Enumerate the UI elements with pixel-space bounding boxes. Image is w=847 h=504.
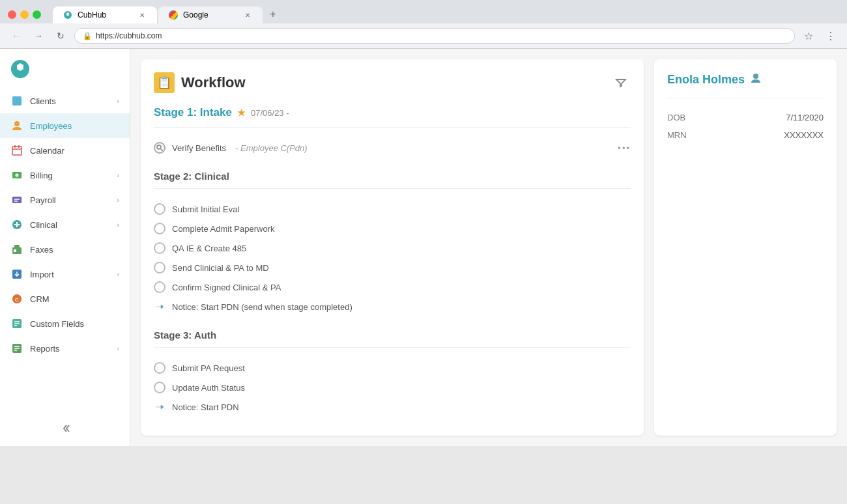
sidebar-item-clients[interactable]: Clients › [0,89,130,113]
sidebar-collapse-button[interactable] [0,416,130,441]
stage-3-title: Stage 3: Auth [154,329,631,341]
sidebar-label-import: Import [30,270,110,279]
google-tab-close[interactable]: ✕ [243,10,252,20]
tab-cubhub[interactable]: CubHub ✕ [53,7,157,23]
task-send-label: Send Clinicial & PA to MD [172,263,269,273]
google-tab-label: Google [183,10,208,20]
import-chevron: › [117,270,119,278]
task-circle-admit[interactable] [154,223,165,234]
browser-window: CubHub ✕ Google ✕ + ← → ↻ 🔒 https://cubh… [0,0,847,446]
task-circle-update-auth[interactable] [154,382,165,393]
clients-chevron: › [117,97,119,105]
task-confirm-label: Confirm Signed Clinical & PA [172,283,281,292]
sidebar-label-clinical: Clinical [30,220,110,230]
task-notice-start-pdn: Notice: Start PDN [154,397,631,417]
stage-1-star: ★ [237,107,246,118]
task-circle-confirm[interactable] [154,281,165,293]
sidebar-item-calendar[interactable]: Calendar [0,138,130,163]
sidebar-item-import[interactable]: Import › [0,262,130,287]
sidebar-label-employees: Employees [30,121,119,131]
clinical-chevron: › [117,221,119,229]
new-tab-button[interactable]: + [264,5,282,23]
sidebar-item-billing[interactable]: Billing › [0,163,130,188]
maximize-window-button[interactable] [33,10,41,19]
patient-person-icon [750,72,762,87]
task-verify-benefits: Verify Benefits - Employee C(Pdn) ••• [154,138,631,158]
stage-1-title: Stage 1: Intake ★ 07/06/23 - [154,106,631,119]
svg-rect-17 [14,245,20,249]
tab-google[interactable]: Google ✕ [158,7,263,23]
task-notice-start-pdn-label: Notice: Start PDN [172,402,239,412]
close-window-button[interactable] [8,10,16,19]
forward-button[interactable]: → [30,27,47,44]
sidebar-item-reports[interactable]: Reports › [0,336,130,361]
cubhub-favicon [63,10,72,20]
billing-icon [10,169,23,182]
task-dots-menu[interactable]: ••• [618,143,631,153]
lock-icon: 🔒 [83,32,92,40]
stage-1-section: Stage 1: Intake ★ 07/06/23 - [154,106,631,158]
sidebar-label-faxes: Faxes [30,245,119,255]
task-circle-qa[interactable] [154,242,165,254]
workflow-title: Workflow [181,74,246,91]
stage-3-separator [154,347,631,348]
stage-1-separator [154,127,631,128]
sidebar-item-employees[interactable]: Employees [0,113,130,138]
filter-button[interactable] [611,73,631,92]
task-admit-label: Complete Admit Paperwork [172,224,275,234]
sidebar-item-faxes[interactable]: Faxes [0,237,130,262]
svg-point-33 [753,74,758,79]
stage-2-section: Stage 2: Clinical Submit Initial Eval Co… [154,171,631,316]
minimize-window-button[interactable] [20,10,29,19]
sidebar-logo [0,54,130,89]
stage-3-section: Stage 3: Auth Submit PA Request Update A… [154,329,631,417]
svg-rect-4 [12,147,22,155]
svg-rect-10 [12,197,22,203]
patient-dob-row: DOB 7/11/2020 [667,109,824,126]
task-notice-pdn-label: Notice: Start PDN (send when stage compl… [172,302,352,312]
sidebar-item-crm[interactable]: C CRM [0,287,130,311]
browser-menu-button[interactable]: ⋮ [822,27,839,44]
svg-rect-18 [14,249,16,252]
task-submit-pa: Submit PA Request [154,358,631,378]
svg-point-31 [157,145,161,149]
employees-icon [10,119,23,132]
patient-mrn-row: MRN XXXXXXX [667,126,824,144]
payroll-icon [10,193,23,206]
patient-panel: Enola Holmes DOB 7/11/2020 [654,59,837,436]
task-submit-pa-label: Submit PA Request [172,363,245,373]
task-arrow-icon-2 [154,401,165,413]
task-notice-pdn: Notice: Start PDN (send when stage compl… [154,297,631,316]
sidebar-label-crm: CRM [30,294,119,304]
payroll-chevron: › [117,196,119,204]
task-arrow-icon [154,301,165,313]
calendar-icon [10,144,23,157]
url-text: https://cubhub.com [96,31,162,40]
reports-chevron: › [117,344,119,352]
bookmark-button[interactable]: ☆ [800,27,817,44]
svg-line-32 [161,149,163,151]
reports-icon [10,342,23,355]
task-circle-send[interactable] [154,262,165,273]
sidebar-item-clinical[interactable]: Clinical › [0,212,130,237]
sidebar-item-custom-fields[interactable]: Custom Fields [0,311,130,336]
custom-fields-icon [10,317,23,330]
task-send-clinical: Send Clinicial & PA to MD [154,258,631,277]
patient-info-table: DOB 7/11/2020 MRN XXXXXXX [667,109,824,144]
refresh-button[interactable]: ↻ [52,27,69,44]
patient-name: Enola Holmes [667,72,824,87]
sidebar-label-clients: Clients [30,96,110,106]
sidebar-label-payroll: Payroll [30,195,110,205]
svg-text:C: C [15,297,19,303]
sidebar-item-payroll[interactable]: Payroll › [0,188,130,212]
svg-point-3 [14,121,20,126]
task-circle-submit-eval[interactable] [154,203,165,215]
task-circle-submit-pa[interactable] [154,362,165,374]
workflow-panel: 📋 Workflow Stage 1: Intake ★ [141,59,644,436]
cubhub-tab-close[interactable]: ✕ [137,10,147,20]
stage-1-date: 07/06/23 - [251,108,289,118]
billing-chevron: › [117,171,119,179]
address-bar[interactable]: 🔒 https://cubhub.com [74,28,795,44]
task-submit-eval: Submit Initial Eval [154,199,631,219]
back-button[interactable]: ← [8,27,25,44]
